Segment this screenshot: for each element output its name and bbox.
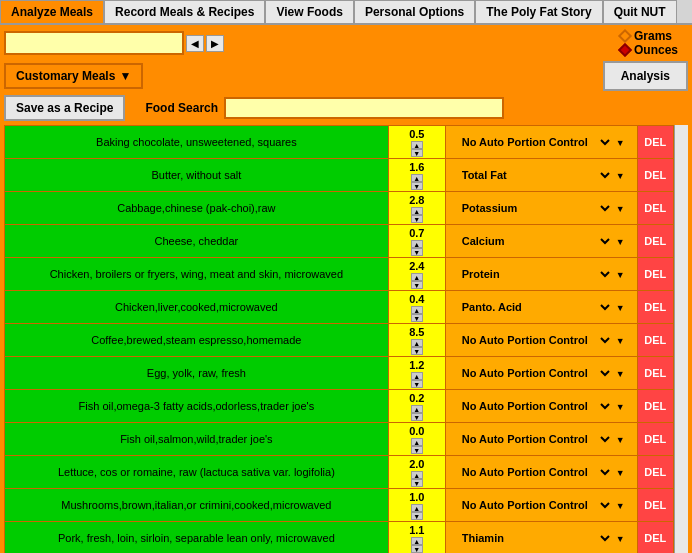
portion-select[interactable]: No Auto Portion Control — [458, 465, 613, 479]
food-amount-input[interactable] — [398, 260, 436, 272]
del-button[interactable]: DEL — [637, 324, 673, 357]
table-row: Fish oil,salmon,wild,trader joe's ▲ ▼ No… — [5, 423, 674, 456]
del-button[interactable]: DEL — [637, 225, 673, 258]
spin-down-button[interactable]: ▼ — [411, 314, 423, 322]
food-amount-cell: ▲ ▼ — [388, 291, 445, 324]
spin-up-button[interactable]: ▲ — [411, 438, 423, 446]
spin-down-button[interactable]: ▼ — [411, 182, 423, 190]
food-portion-cell: No Auto Portion Control ▼ — [445, 423, 637, 456]
portion-select[interactable]: No Auto Portion Control — [458, 135, 613, 149]
spin-down-button[interactable]: ▼ — [411, 215, 423, 223]
meal-input[interactable]: Meal "Wed Dec 24, 2014 #1" — [4, 31, 184, 55]
analysis-button[interactable]: Analysis — [603, 61, 688, 91]
food-search-input[interactable] — [224, 97, 504, 119]
ounces-radio[interactable]: Ounces — [620, 43, 678, 57]
grams-radio[interactable]: Grams — [620, 29, 672, 43]
portion-dropdown-icon: ▼ — [616, 237, 625, 247]
portion-dropdown-icon: ▼ — [616, 369, 625, 379]
meal-prev-button[interactable]: ◀ — [186, 35, 204, 52]
spin-down-button[interactable]: ▼ — [411, 545, 423, 553]
meal-next-button[interactable]: ▶ — [206, 35, 224, 52]
scrollbar[interactable] — [674, 125, 688, 553]
portion-dropdown-icon: ▼ — [616, 402, 625, 412]
food-amount-input[interactable] — [398, 491, 436, 503]
table-row: Butter, without salt ▲ ▼ Total Fat ▼ DEL — [5, 159, 674, 192]
food-amount-input[interactable] — [398, 194, 436, 206]
del-button[interactable]: DEL — [637, 357, 673, 390]
nav-tab-4[interactable]: The Poly Fat Story — [475, 0, 602, 23]
food-amount-cell: ▲ ▼ — [388, 522, 445, 554]
spin-up-button[interactable]: ▲ — [411, 174, 423, 182]
spin-up-button[interactable]: ▲ — [411, 207, 423, 215]
del-button[interactable]: DEL — [637, 258, 673, 291]
del-button[interactable]: DEL — [637, 522, 673, 554]
food-amount-input[interactable] — [398, 392, 436, 404]
spin-up-button[interactable]: ▲ — [411, 339, 423, 347]
food-name-cell: Fish oil,salmon,wild,trader joe's — [5, 423, 389, 456]
portion-select[interactable]: No Auto Portion Control — [458, 498, 613, 512]
spin-up-button[interactable]: ▲ — [411, 537, 423, 545]
del-button[interactable]: DEL — [637, 456, 673, 489]
portion-select[interactable]: Thiamin — [458, 531, 613, 545]
food-amount-cell: ▲ ▼ — [388, 324, 445, 357]
del-button[interactable]: DEL — [637, 192, 673, 225]
food-amount-input[interactable] — [398, 359, 436, 371]
food-amount-input[interactable] — [398, 425, 436, 437]
nav-tab-1[interactable]: Record Meals & Recipes — [104, 0, 265, 23]
nav-tab-0[interactable]: Analyze Meals — [0, 0, 104, 23]
portion-select[interactable]: No Auto Portion Control — [458, 366, 613, 380]
food-amount-cell: ▲ ▼ — [388, 357, 445, 390]
spin-down-button[interactable]: ▼ — [411, 380, 423, 388]
spin-down-button[interactable]: ▼ — [411, 281, 423, 289]
food-table-scroll: Baking chocolate, unsweetened, squares ▲… — [4, 125, 674, 553]
customary-meals-button[interactable]: Customary Meals ▼ — [4, 63, 143, 89]
food-amount-cell: ▲ ▼ — [388, 423, 445, 456]
spin-down-button[interactable]: ▼ — [411, 446, 423, 454]
food-amount-input[interactable] — [398, 161, 436, 173]
del-button[interactable]: DEL — [637, 159, 673, 192]
spin-up-button[interactable]: ▲ — [411, 141, 423, 149]
food-amount-input[interactable] — [398, 227, 436, 239]
portion-select[interactable]: No Auto Portion Control — [458, 333, 613, 347]
spin-down-button[interactable]: ▼ — [411, 413, 423, 421]
food-amount-cell: ▲ ▼ — [388, 390, 445, 423]
food-amount-input[interactable] — [398, 458, 436, 470]
portion-select[interactable]: Panto. Acid — [458, 300, 613, 314]
spin-down-button[interactable]: ▼ — [411, 347, 423, 355]
del-button[interactable]: DEL — [637, 423, 673, 456]
spin-up-button[interactable]: ▲ — [411, 273, 423, 281]
del-button[interactable]: DEL — [637, 489, 673, 522]
food-amount-input[interactable] — [398, 326, 436, 338]
portion-select[interactable]: Total Fat — [458, 168, 613, 182]
del-button[interactable]: DEL — [637, 126, 673, 159]
spin-up-button[interactable]: ▲ — [411, 306, 423, 314]
spin-up-button[interactable]: ▲ — [411, 405, 423, 413]
spin-up-button[interactable]: ▲ — [411, 372, 423, 380]
nav-tab-2[interactable]: View Foods — [265, 0, 353, 23]
food-amount-input[interactable] — [398, 293, 436, 305]
portion-select[interactable]: Potassium — [458, 201, 613, 215]
portion-select[interactable]: No Auto Portion Control — [458, 432, 613, 446]
spin-buttons: ▲ ▼ — [411, 504, 423, 520]
spin-down-button[interactable]: ▼ — [411, 479, 423, 487]
nav-tab-5[interactable]: Quit NUT — [603, 0, 677, 23]
del-button[interactable]: DEL — [637, 291, 673, 324]
food-amount-input[interactable] — [398, 524, 436, 536]
save-recipe-button[interactable]: Save as a Recipe — [4, 95, 125, 121]
portion-dropdown-icon: ▼ — [616, 171, 625, 181]
spin-up-button[interactable]: ▲ — [411, 240, 423, 248]
spin-up-button[interactable]: ▲ — [411, 471, 423, 479]
food-amount-input[interactable] — [398, 128, 436, 140]
portion-select[interactable]: No Auto Portion Control — [458, 399, 613, 413]
spin-down-button[interactable]: ▼ — [411, 248, 423, 256]
food-name-cell: Butter, without salt — [5, 159, 389, 192]
spin-buttons: ▲ ▼ — [411, 273, 423, 289]
spin-down-button[interactable]: ▼ — [411, 512, 423, 520]
portion-select[interactable]: Protein — [458, 267, 613, 281]
food-name-cell: Chicken, broilers or fryers, wing, meat … — [5, 258, 389, 291]
del-button[interactable]: DEL — [637, 390, 673, 423]
portion-select[interactable]: Calcium — [458, 234, 613, 248]
spin-up-button[interactable]: ▲ — [411, 504, 423, 512]
nav-tab-3[interactable]: Personal Options — [354, 0, 475, 23]
spin-down-button[interactable]: ▼ — [411, 149, 423, 157]
